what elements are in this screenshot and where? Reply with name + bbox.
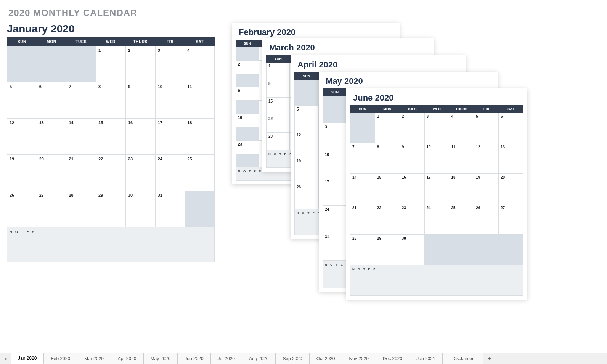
sheet-tab[interactable]: Jul 2020 bbox=[211, 353, 242, 364]
calendar-cell[interactable] bbox=[323, 96, 347, 123]
calendar-cell[interactable] bbox=[37, 46, 66, 82]
calendar-cell[interactable]: 28 bbox=[350, 235, 375, 265]
calendar-cell[interactable] bbox=[424, 235, 449, 265]
calendar-cell[interactable] bbox=[499, 235, 523, 265]
calendar-cell[interactable]: 26 bbox=[474, 204, 499, 235]
calendar-cell[interactable]: 20 bbox=[37, 155, 66, 191]
calendar-cell[interactable]: 26 bbox=[295, 183, 319, 209]
calendar-cell[interactable]: 4 bbox=[449, 113, 474, 143]
calendar-cell[interactable]: 19 bbox=[295, 157, 319, 183]
calendar-cell[interactable]: 9 bbox=[400, 143, 424, 174]
calendar-cell[interactable]: 12 bbox=[7, 119, 37, 155]
calendar-cell[interactable]: 30 bbox=[400, 235, 424, 265]
calendar-cell[interactable]: 16 bbox=[236, 114, 259, 127]
calendar-cell[interactable]: 1 bbox=[375, 113, 400, 143]
sheet-tab[interactable]: Mar 2020 bbox=[77, 353, 111, 364]
calendar-cell[interactable]: 24 bbox=[323, 206, 347, 233]
calendar-cell[interactable]: 5 bbox=[295, 106, 319, 131]
calendar-cell[interactable]: 12 bbox=[474, 143, 499, 174]
calendar-cell[interactable]: 15 bbox=[267, 98, 290, 115]
calendar-cell[interactable] bbox=[236, 47, 259, 61]
calendar-cell[interactable]: 19 bbox=[474, 174, 499, 204]
sheet-tab[interactable]: Jan 2020 bbox=[11, 353, 44, 364]
calendar-cell[interactable]: 16 bbox=[400, 174, 424, 204]
calendar-cell[interactable]: 25 bbox=[449, 204, 474, 235]
calendar-cell[interactable]: 21 bbox=[350, 204, 375, 235]
calendar-cell[interactable]: 9 bbox=[236, 87, 259, 101]
calendar-cell[interactable]: 8 bbox=[267, 80, 290, 98]
calendar-cell[interactable] bbox=[474, 235, 499, 265]
calendar-cell[interactable]: 21 bbox=[66, 155, 96, 191]
calendar-cell[interactable]: 18 bbox=[185, 119, 215, 155]
sheet-tab[interactable]: - Disclaimer - bbox=[443, 353, 484, 364]
calendar-cell[interactable]: 18 bbox=[449, 174, 474, 204]
calendar-cell[interactable]: 23 bbox=[125, 155, 155, 191]
calendar-cell[interactable]: 2 bbox=[400, 113, 424, 143]
calendar-cell[interactable]: 27 bbox=[499, 204, 523, 235]
sheet-tab[interactable]: Aug 2020 bbox=[242, 353, 276, 364]
sheet-tab[interactable]: Nov 2020 bbox=[342, 353, 376, 364]
calendar-cell[interactable]: 24 bbox=[155, 155, 185, 191]
calendar-cell[interactable]: 30 bbox=[125, 191, 155, 227]
calendar-cell[interactable]: 13 bbox=[499, 143, 523, 174]
calendar-cell[interactable]: 22 bbox=[375, 204, 400, 235]
calendar-cell[interactable]: 5 bbox=[7, 82, 37, 119]
calendar-cell[interactable]: 17 bbox=[155, 119, 185, 155]
calendar-cell[interactable]: 27 bbox=[37, 191, 66, 227]
calendar-cell[interactable]: 17 bbox=[424, 174, 449, 204]
calendar-cell[interactable]: 24 bbox=[424, 204, 449, 235]
calendar-cell[interactable]: 20 bbox=[499, 174, 523, 204]
calendar-cell[interactable] bbox=[7, 46, 37, 82]
calendar-cell[interactable] bbox=[66, 46, 96, 82]
calendar-cell[interactable]: 3 bbox=[155, 46, 185, 82]
calendar-cell[interactable]: 4 bbox=[185, 46, 215, 82]
calendar-cell[interactable]: 3 bbox=[424, 113, 449, 143]
calendar-cell[interactable]: 10 bbox=[424, 143, 449, 174]
calendar-cell[interactable]: 2 bbox=[236, 61, 259, 74]
calendar-cell[interactable]: 10 bbox=[155, 82, 185, 119]
sheet-tab[interactable]: Jan 2021 bbox=[409, 353, 442, 364]
sheet-tab[interactable]: Jun 2020 bbox=[178, 353, 210, 364]
calendar-cell[interactable]: 25 bbox=[185, 155, 215, 191]
calendar-cell[interactable]: 6 bbox=[37, 82, 66, 119]
calendar-cell[interactable]: 11 bbox=[449, 143, 474, 174]
calendar-cell[interactable]: 16 bbox=[125, 119, 155, 155]
calendar-cell[interactable]: 1 bbox=[96, 46, 126, 82]
calendar-cell[interactable] bbox=[185, 191, 215, 227]
calendar-cell[interactable]: 2 bbox=[125, 46, 155, 82]
calendar-cell[interactable]: 31 bbox=[323, 233, 347, 261]
calendar-cell[interactable]: 11 bbox=[185, 82, 215, 119]
sheet-tab[interactable]: Sep 2020 bbox=[276, 353, 309, 364]
calendar-cell[interactable]: 22 bbox=[267, 115, 290, 133]
calendar-cell[interactable]: 23 bbox=[400, 204, 424, 235]
calendar-cell[interactable]: 31 bbox=[155, 191, 185, 227]
calendar-cell[interactable] bbox=[236, 127, 259, 141]
calendar-notes[interactable]: N O T E S bbox=[350, 265, 523, 296]
calendar-notes[interactable]: N O T E S bbox=[7, 227, 215, 262]
calendar-cell[interactable]: 19 bbox=[7, 155, 37, 191]
calendar-cell[interactable] bbox=[295, 80, 319, 106]
calendar-cell[interactable] bbox=[236, 101, 259, 114]
add-sheet-button[interactable]: + bbox=[483, 355, 495, 362]
calendar-cell[interactable]: 14 bbox=[66, 119, 96, 155]
calendar-cell[interactable]: 29 bbox=[96, 191, 126, 227]
calendar-cell[interactable] bbox=[449, 235, 474, 265]
sheet-tab[interactable]: May 2020 bbox=[144, 353, 178, 364]
calendar-cell[interactable]: 3 bbox=[323, 123, 347, 151]
calendar-cell[interactable]: 9 bbox=[125, 82, 155, 119]
calendar-cell[interactable]: 7 bbox=[66, 82, 96, 119]
calendar-cell[interactable]: 15 bbox=[375, 174, 400, 204]
calendar-cell[interactable]: 14 bbox=[350, 174, 375, 204]
calendar-cell[interactable]: 8 bbox=[375, 143, 400, 174]
calendar-cell[interactable]: 26 bbox=[7, 191, 37, 227]
calendar-cell[interactable]: 5 bbox=[474, 113, 499, 143]
calendar-cell[interactable]: 22 bbox=[96, 155, 126, 191]
sheet-tab[interactable]: Apr 2020 bbox=[111, 353, 144, 364]
calendar-cell[interactable]: 10 bbox=[323, 151, 347, 178]
calendar-cell[interactable]: 13 bbox=[37, 119, 66, 155]
sheet-tab[interactable]: Oct 2020 bbox=[310, 353, 342, 364]
calendar-cell[interactable]: 28 bbox=[66, 191, 96, 227]
sheet-tab[interactable]: Feb 2020 bbox=[44, 353, 77, 364]
calendar-cell[interactable]: 29 bbox=[267, 133, 290, 150]
sheet-nav-arrow[interactable]: ▸ bbox=[2, 354, 11, 363]
